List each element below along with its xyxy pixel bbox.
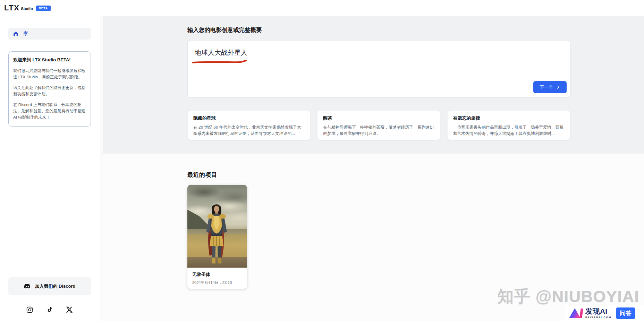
suggestion-title: 被遗忘的旋律 <box>453 115 565 121</box>
join-discord-button[interactable]: 加入我们的 Discord <box>8 277 91 295</box>
chevron-right-icon <box>556 85 560 89</box>
movie-idea-input[interactable]: 地球人大战外星人 下一个 <box>187 41 570 98</box>
recent-project-card[interactable]: 无敌圣体 2024年5月14日，23:10 <box>187 185 247 289</box>
studio-logo-text: Studio <box>21 7 33 11</box>
next-button[interactable]: 下一个 <box>533 81 567 93</box>
suggestion-title: 醒茶 <box>323 115 434 121</box>
prompt-heading: 输入您的电影创意或完整概要 <box>187 26 262 34</box>
x-icon[interactable] <box>66 306 73 313</box>
project-date: 2024年5月14日，23:10 <box>192 280 242 285</box>
welcome-paragraph: 在 Discord 上与我们联系，分享您的想法、见解和创意。您的意见将有助于塑造… <box>13 102 86 120</box>
ltx-logo[interactable]: LTX Studio BETA <box>4 0 51 16</box>
home-icon <box>13 31 19 37</box>
welcome-paragraph: 请关注此处了解我们的路线图更新，包括新功能和变更计划。 <box>13 85 86 97</box>
golden-armor-figure <box>201 201 232 264</box>
faxianai-text: 发现AI FAXIANAI.COM <box>585 307 611 319</box>
tiktok-icon[interactable] <box>46 306 53 313</box>
next-button-label: 下一个 <box>540 84 553 90</box>
welcome-paragraph: 我们很高兴您能与我们一起继续发展和改进 LTX Studio，目前正处于测试阶段… <box>13 68 86 80</box>
suggestion-body: 一位音乐家丢失的作品重新出现，引发了一场关于爱情、背叛和艺术热情的传奇，并惊人地… <box>453 124 565 137</box>
sidebar-scrollbar[interactable] <box>101 16 103 321</box>
faxianai-domain: FAXIANAI.COM <box>585 316 611 319</box>
social-links <box>8 306 91 313</box>
sidebar-item-home-label: 家 <box>23 31 28 37</box>
project-thumbnail <box>187 185 247 268</box>
faxianai-logo-bar: 发现AI FAXIANAI.COM 问答 <box>565 305 644 321</box>
beta-badge: BETA <box>36 6 51 11</box>
suggestion-body: 在与精神导师喝下一杯神秘的茶后，做梦者经历了一系列迷幻的梦境，最终觉醒并得到启迪… <box>323 124 434 137</box>
suggestion-body: 在 20 世纪 60 年代的太空时代，业余天文学家偶然发现了太阳系内未被发现的行… <box>193 124 305 137</box>
suggestion-cards: 隐藏的星球 在 20 世纪 60 年代的太空时代，业余天文学家偶然发现了太阳系内… <box>187 110 570 140</box>
main-area: 输入您的电影创意或完整概要 地球人大战外星人 下一个 隐藏的 <box>103 16 644 321</box>
suggestion-title: 隐藏的星球 <box>193 115 305 121</box>
movie-idea-input-value: 地球人大战外星人 <box>188 41 570 57</box>
project-meta: 无敌圣体 2024年5月14日，23:10 <box>187 268 247 285</box>
red-underline-annotation <box>192 59 247 64</box>
ltx-studio-app: LTX Studio BETA 家 欢迎来到 LTX Studio BETA! … <box>0 0 644 321</box>
welcome-title: 欢迎来到 LTX Studio BETA! <box>13 57 86 63</box>
faxianai-icon <box>569 307 583 319</box>
welcome-card: 欢迎来到 LTX Studio BETA! 我们很高兴您能与我们一起继续发展和改… <box>8 51 91 127</box>
ltx-logo-text: LTX <box>4 3 19 12</box>
discord-icon <box>24 283 31 290</box>
join-discord-label: 加入我们的 Discord <box>35 283 75 289</box>
suggestion-card[interactable]: 醒茶 在与精神导师喝下一杯神秘的茶后，做梦者经历了一系列迷幻的梦境，最终觉醒并得… <box>317 110 440 140</box>
faxianai-name: 发现AI <box>585 307 611 315</box>
project-title: 无敌圣体 <box>192 271 242 278</box>
topbar: LTX Studio BETA <box>0 0 644 16</box>
instagram-icon[interactable] <box>26 306 33 313</box>
suggestion-card[interactable]: 被遗忘的旋律 一位音乐家丢失的作品重新出现，引发了一场关于爱情、背叛和艺术热情的… <box>447 110 570 140</box>
zhihu-watermark: 知乎 @NIUBOYIAI <box>497 286 639 307</box>
recent-projects-heading: 最近的项目 <box>187 171 217 179</box>
wenda-badge: 问答 <box>616 307 635 319</box>
sidebar-item-home[interactable]: 家 <box>8 28 91 40</box>
suggestion-card[interactable]: 隐藏的星球 在 20 世纪 60 年代的太空时代，业余天文学家偶然发现了太阳系内… <box>187 110 311 140</box>
sidebar: 家 欢迎来到 LTX Studio BETA! 我们很高兴您能与我们一起继续发展… <box>0 16 101 321</box>
